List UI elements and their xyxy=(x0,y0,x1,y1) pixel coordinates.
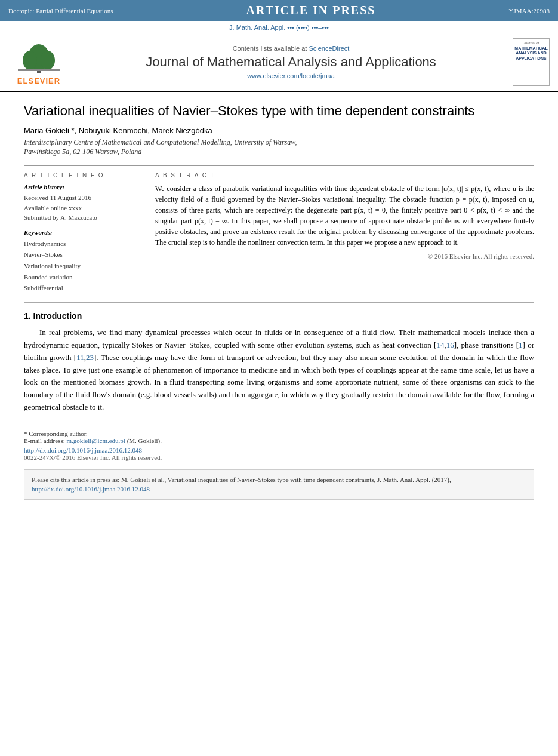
ref-11[interactable]: 11 xyxy=(76,353,84,362)
logo-journal-name: MATHEMATICALANALYSIS ANDAPPLICATIONS xyxy=(514,46,548,61)
abstract-col: A B S T R A C T We consider a class of p… xyxy=(155,172,534,294)
svg-point-3 xyxy=(41,51,55,70)
history-title: Article history: xyxy=(24,183,134,190)
ref-1[interactable]: 1 xyxy=(519,340,523,349)
ref-23[interactable]: 23 xyxy=(86,353,94,362)
article-info-col: A R T I C L E I N F O Article history: R… xyxy=(24,172,143,294)
journal-header: ELSEVIER Contents lists available at Sci… xyxy=(0,33,558,92)
journal-logo-right: Journal of MATHEMATICALANALYSIS ANDAPPLI… xyxy=(510,38,552,86)
elsevier-label: ELSEVIER xyxy=(17,76,60,85)
sciencedirect-link[interactable]: ScienceDirect xyxy=(309,45,349,52)
affiliation: Interdisciplinary Centre of Mathematical… xyxy=(24,137,534,158)
email-link[interactable]: m.gokieli@icm.edu.pl xyxy=(66,437,125,444)
keyword-4: Bounded variation xyxy=(24,272,134,283)
keyword-3: Variational inequality xyxy=(24,260,134,272)
issn-line: 0022-247X/© 2016 Elsevier Inc. All right… xyxy=(24,454,534,461)
ref-16[interactable]: 16 xyxy=(446,340,454,349)
doi-line[interactable]: http://dx.doi.org/10.1016/j.jmaa.2016.12… xyxy=(24,447,534,454)
article-info-header: A R T I C L E I N F O xyxy=(24,172,134,179)
journal-url[interactable]: www.elsevier.com/locate/jmaa xyxy=(78,72,504,79)
journal-ref-line: J. Math. Anal. Appl. ••• (••••) •••–••• xyxy=(0,21,558,33)
svg-rect-4 xyxy=(18,69,60,71)
abstract-text: We consider a class of parabolic variati… xyxy=(155,183,534,248)
contents-line: Contents lists available at ScienceDirec… xyxy=(78,45,504,52)
footnote-area: * Corresponding author. E-mail address: … xyxy=(24,426,534,461)
ref-14[interactable]: 14 xyxy=(436,340,444,349)
section1-heading: 1. Introduction xyxy=(24,311,534,321)
main-content: Variational inequalities of Navier–Stoke… xyxy=(0,92,558,506)
two-col-section: A R T I C L E I N F O Article history: R… xyxy=(24,165,534,294)
corresponding-author-note: * Corresponding author. xyxy=(24,430,534,437)
yjmaa-label: YJMAA:20988 xyxy=(509,7,550,14)
elsevier-logo: ELSEVIER xyxy=(6,39,72,85)
email-line: E-mail address: m.gokieli@icm.edu.pl (M.… xyxy=(24,437,534,444)
intro-paragraph: In real problems, we find many dynamical… xyxy=(24,327,534,414)
doctopic-label: Doctopic: Partial Differential Equations xyxy=(8,7,113,14)
keyword-2: Navier–Stokes xyxy=(24,249,134,260)
journal-center: Contents lists available at ScienceDirec… xyxy=(72,45,510,79)
received-line: Received 11 August 2016 xyxy=(24,193,134,203)
journal-logo-box: Journal of MATHEMATICALANALYSIS ANDAPPLI… xyxy=(513,38,550,86)
abstract-header: A B S T R A C T xyxy=(155,172,534,179)
journal-title: Journal of Mathematical Analysis and App… xyxy=(78,54,504,70)
citation-box: Please cite this article in press as: M.… xyxy=(24,469,534,500)
authors: Maria Gokieli *, Nobuyuki Kenmochi, Mare… xyxy=(24,126,534,135)
keywords-section: Keywords: Hydrodynamics Navier–Stokes Va… xyxy=(24,229,134,294)
keyword-1: Hydrodynamics xyxy=(24,238,134,250)
copyright-line: © 2016 Elsevier Inc. All rights reserved… xyxy=(155,253,534,260)
keywords-title: Keywords: xyxy=(24,229,134,236)
article-title: Variational inequalities of Navier–Stoke… xyxy=(24,103,534,120)
svg-point-2 xyxy=(23,51,37,70)
citation-doi-link[interactable]: http://dx.doi.org/10.1016/j.jmaa.2016.12… xyxy=(32,485,150,493)
submitted-line: Submitted by A. Mazzucato xyxy=(24,213,134,223)
keyword-5: Subdifferential xyxy=(24,282,134,294)
article-in-press-label: ARTICLE IN PRESS xyxy=(113,4,508,17)
section-divider xyxy=(24,302,534,303)
top-bar: Doctopic: Partial Differential Equations… xyxy=(0,0,558,21)
available-line: Available online xxxx xyxy=(24,203,134,213)
